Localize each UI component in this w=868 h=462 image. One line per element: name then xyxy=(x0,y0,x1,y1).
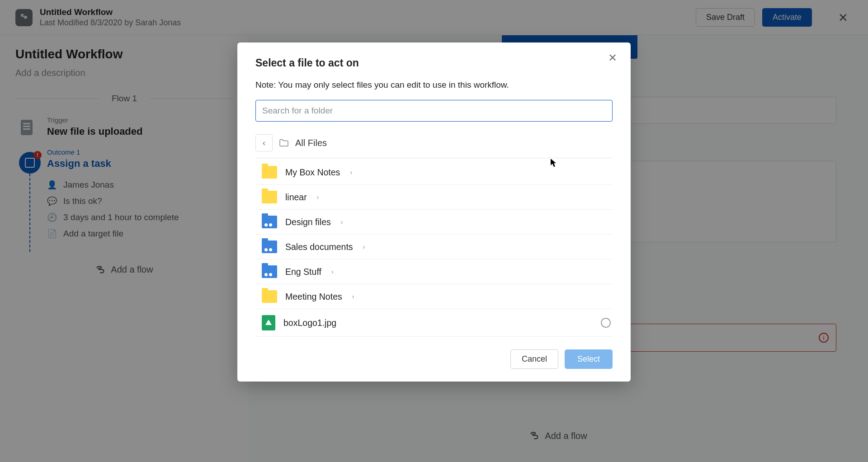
item-name: Sales documents xyxy=(285,242,353,252)
folder-row[interactable]: Meeting Notes› xyxy=(255,284,613,309)
folder-row[interactable]: linear› xyxy=(255,185,613,210)
breadcrumb-back-button[interactable]: ‹ xyxy=(255,134,273,151)
modal-title: Select a file to act on xyxy=(255,57,613,69)
close-modal-icon[interactable]: ✕ xyxy=(604,51,621,65)
folder-icon xyxy=(262,265,277,278)
chevron-right-icon: › xyxy=(317,193,319,201)
folder-row[interactable]: My Box Notes› xyxy=(255,160,613,185)
folder-icon xyxy=(262,216,277,228)
folder-row[interactable]: Eng Stuff› xyxy=(255,259,613,284)
item-name: linear xyxy=(285,192,307,203)
folder-outline-icon xyxy=(279,139,289,147)
folder-icon xyxy=(262,166,277,179)
modal-overlay[interactable]: ✕ Select a file to act on Note: You may … xyxy=(0,0,868,462)
chevron-right-icon: › xyxy=(352,293,354,300)
file-list: My Box Notes›linear›Design files›Sales d… xyxy=(255,160,613,337)
chevron-right-icon: › xyxy=(350,169,352,176)
item-name: Eng Stuff xyxy=(285,267,321,277)
folder-row[interactable]: Design files› xyxy=(255,210,613,235)
breadcrumb-label[interactable]: All Files xyxy=(295,138,327,148)
select-button[interactable]: Select xyxy=(565,349,613,369)
chevron-right-icon: › xyxy=(363,243,365,250)
breadcrumb-row: ‹ All Files xyxy=(255,132,613,158)
item-name: boxLogo1.jpg xyxy=(283,318,336,328)
image-file-icon xyxy=(262,315,275,330)
select-radio[interactable] xyxy=(601,318,611,328)
chevron-right-icon: › xyxy=(341,218,343,226)
file-picker-modal: ✕ Select a file to act on Note: You may … xyxy=(237,42,631,382)
item-name: Meeting Notes xyxy=(285,292,342,302)
folder-row[interactable]: Sales documents› xyxy=(255,235,613,259)
chevron-right-icon: › xyxy=(331,268,334,275)
folder-icon xyxy=(262,240,277,253)
folder-icon xyxy=(262,290,277,303)
folder-search-input[interactable] xyxy=(255,100,613,122)
modal-note: Note: You may only select files you can … xyxy=(255,80,613,90)
item-name: My Box Notes xyxy=(285,167,340,178)
file-row[interactable]: boxLogo1.jpg xyxy=(255,309,613,337)
cancel-button[interactable]: Cancel xyxy=(510,349,558,369)
item-name: Design files xyxy=(285,217,331,227)
folder-icon xyxy=(262,191,277,203)
